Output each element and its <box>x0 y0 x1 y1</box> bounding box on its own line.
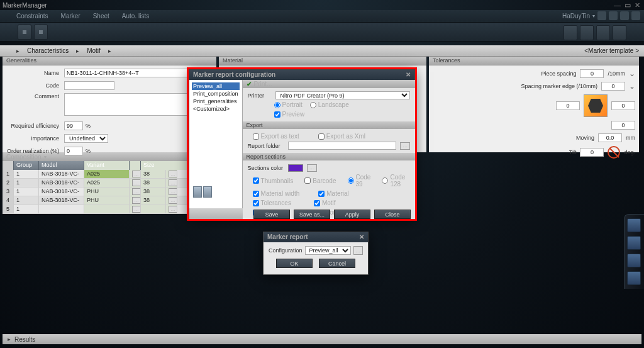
menu-marker[interactable]: Marker <box>61 13 80 20</box>
comment-field[interactable] <box>64 93 190 116</box>
tab-characteristics[interactable]: Characteristics <box>27 47 69 54</box>
chevron-down-icon[interactable]: ⌄ <box>629 82 635 91</box>
edge-right-field[interactable] <box>611 101 635 110</box>
reqeff-field[interactable] <box>64 121 83 130</box>
settings-icon[interactable] <box>620 11 629 20</box>
dialog1-close-icon[interactable]: ✕ <box>406 71 411 79</box>
dock-icon-1[interactable] <box>627 218 641 232</box>
code128-radio[interactable]: Code 128 <box>382 174 405 188</box>
edge-left-field[interactable] <box>556 101 580 110</box>
row-options-button[interactable]: … <box>169 197 177 204</box>
edge-center-field[interactable] <box>611 121 635 130</box>
row-options-button[interactable]: … <box>132 188 141 195</box>
close-button[interactable]: ✕ <box>633 1 641 9</box>
saveas-button[interactable]: Save as... <box>294 210 330 219</box>
right-tool-1[interactable] <box>564 25 577 40</box>
dialog2-close-icon[interactable]: ✕ <box>359 233 364 241</box>
info-icon[interactable] <box>609 11 618 20</box>
grid-header-variant[interactable]: Variant <box>84 161 130 170</box>
orderreal-field[interactable] <box>64 147 83 155</box>
dock-icon-4[interactable] <box>627 271 641 285</box>
spacingedge-field[interactable] <box>601 82 625 91</box>
printer-select[interactable]: Nitro PDF Creator (Pro 9) <box>275 91 411 99</box>
row-options-button[interactable]: … <box>132 197 141 204</box>
maximize-button[interactable]: ▭ <box>623 1 632 9</box>
landscape-radio[interactable]: Landscape <box>310 101 349 108</box>
report-folder-field[interactable] <box>288 142 397 150</box>
grid-header-model[interactable]: Model <box>39 161 84 170</box>
portrait-radio[interactable]: Portrait <box>274 101 303 108</box>
tree-print-generalities[interactable]: Print_generalities <box>192 98 240 105</box>
save-button[interactable]: Save <box>253 210 290 219</box>
dialog1-title: Marker report configuration <box>193 71 275 79</box>
material-width-checkbox[interactable]: Material width <box>253 190 300 197</box>
thumbnails-checkbox[interactable]: Thumbnails <box>253 174 294 188</box>
grid-header-group[interactable]: Group <box>14 161 39 170</box>
row-options-button[interactable]: … <box>132 179 141 186</box>
user-dropdown-icon: ▾ <box>592 13 595 19</box>
table-row[interactable]: 11NAB-3018-VC-38A025…38… <box>3 170 216 179</box>
tilt-field[interactable] <box>580 148 604 157</box>
export-text-checkbox[interactable]: Export as text <box>253 133 299 140</box>
tree-print-composition[interactable]: Print_composition <box>192 90 240 98</box>
dock-icon-2[interactable] <box>627 236 641 250</box>
preview-checkbox[interactable]: Preview <box>274 111 305 118</box>
dock-icon-3[interactable] <box>627 254 641 267</box>
config-select[interactable]: Preview_all <box>305 246 351 255</box>
tool-1[interactable] <box>18 25 31 40</box>
moving-field[interactable] <box>598 133 622 142</box>
menu-sheet[interactable]: Sheet <box>93 13 109 20</box>
motif-checkbox[interactable]: Motif <box>314 199 336 206</box>
importance-select[interactable]: Undefined <box>64 134 108 143</box>
marker-swatch-icon[interactable] <box>584 94 608 117</box>
composition-header[interactable]: Composition ▾ <box>3 152 216 161</box>
tree-customized[interactable]: <Customized> <box>192 105 240 113</box>
export-xml-checkbox[interactable]: Export as Xml <box>318 133 365 140</box>
tool-2[interactable] <box>34 25 48 40</box>
config-browse-button[interactable]: … <box>353 246 363 255</box>
row-options-button[interactable]: … <box>169 171 177 177</box>
material-checkbox[interactable]: Material <box>318 190 349 197</box>
sections-color-button[interactable]: … <box>307 164 317 172</box>
tolerances-checkbox[interactable]: Tolerances <box>253 199 291 206</box>
exit-icon[interactable] <box>631 11 640 20</box>
table-row[interactable]: 21NAB-3018-VC-38A025…38… <box>3 179 216 188</box>
barcode-checkbox[interactable]: Barcode <box>304 174 336 188</box>
apply-button[interactable]: Apply <box>334 210 370 219</box>
menu-constraints[interactable]: Constraints <box>16 13 48 20</box>
name-field[interactable] <box>64 69 190 77</box>
tree-preview-all[interactable]: Preview_all <box>192 82 240 90</box>
marker-template-label[interactable]: <Marker template > <box>584 47 639 54</box>
browse-folder-button[interactable]: … <box>400 142 410 150</box>
piecespacing-field[interactable] <box>580 69 604 78</box>
tree-icon-2[interactable] <box>203 186 212 198</box>
ok-button[interactable]: OK <box>276 259 313 268</box>
tab-motif[interactable]: Motif <box>87 47 101 54</box>
table-row[interactable]: 51…… <box>3 205 216 214</box>
right-tool-2[interactable] <box>580 25 594 40</box>
row-options-button[interactable]: … <box>132 171 141 177</box>
table-row[interactable]: 31NAB-3018-VC-38PHU…38… <box>3 188 216 196</box>
minimize-button[interactable]: — <box>613 1 622 9</box>
no-tilt-icon[interactable] <box>608 146 620 159</box>
user-menu[interactable]: HaDuyTin ▾ <box>562 11 640 20</box>
chevron-down-icon[interactable]: ⌄ <box>629 69 635 78</box>
help-icon[interactable] <box>597 11 606 20</box>
right-tool-3[interactable] <box>596 25 610 40</box>
cancel-button[interactable]: Cancel <box>319 259 355 268</box>
tree-icon-1[interactable] <box>193 186 202 198</box>
sections-color-swatch[interactable] <box>288 164 303 172</box>
spacingedge-label: Spacing marker edge (/10mm) <box>521 83 597 89</box>
tilt-unit: deg. <box>624 149 635 155</box>
results-bar[interactable]: ▸ Results <box>3 334 641 344</box>
table-row[interactable]: 41NAB-3018-VC-38PHU…38… <box>3 196 216 205</box>
row-options-button[interactable]: … <box>132 206 141 213</box>
row-options-button[interactable]: … <box>169 188 177 195</box>
menu-autolists[interactable]: Auto. lists <box>122 13 149 20</box>
right-tool-4[interactable] <box>613 25 626 40</box>
row-options-button[interactable]: … <box>169 179 177 186</box>
row-options-button[interactable]: … <box>169 206 177 213</box>
code39-radio[interactable]: Code 39 <box>348 174 371 188</box>
close-button[interactable]: Close <box>374 210 411 219</box>
code-field[interactable] <box>64 81 114 90</box>
